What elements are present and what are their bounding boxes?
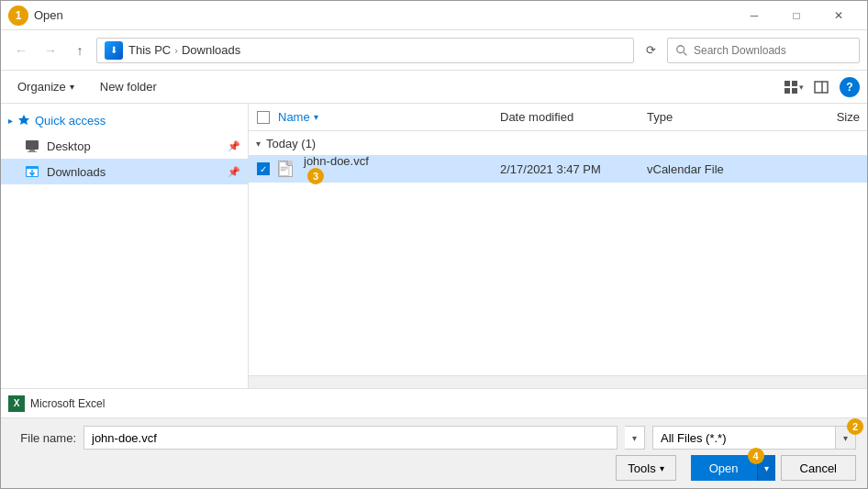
- pin-icon: 📌: [228, 140, 240, 152]
- file-checkbox[interactable]: ✓: [252, 162, 274, 175]
- file-header: Name ▾ Date modified Type Size: [249, 104, 867, 131]
- group-collapse-icon: ▾: [256, 139, 261, 149]
- filename-input[interactable]: [83, 426, 618, 450]
- file-type-cell: vCalendar File: [643, 162, 790, 176]
- vcf-icon: [278, 161, 293, 177]
- svg-line-1: [684, 52, 686, 55]
- quick-access-arrow-icon: ▸: [8, 116, 13, 126]
- svg-rect-11: [28, 151, 37, 152]
- tools-arrow-icon: ▾: [660, 463, 664, 473]
- tools-button[interactable]: Tools ▾: [616, 455, 675, 481]
- minimize-button[interactable]: ─: [733, 1, 775, 30]
- search-box[interactable]: [667, 38, 860, 63]
- excel-icon: X: [8, 395, 25, 412]
- downloads-icon: [23, 162, 41, 181]
- svg-marker-8: [18, 115, 29, 125]
- star-icon: [17, 113, 31, 128]
- path-separator: ›: [174, 45, 178, 56]
- col-size-header[interactable]: Size: [790, 110, 863, 124]
- col-date-header[interactable]: Date modified: [496, 110, 643, 124]
- left-panel: ▸ Quick access Desktop 📌: [1, 104, 249, 388]
- sort-arrow-icon: ▾: [314, 112, 318, 122]
- svg-rect-2: [785, 81, 790, 86]
- desktop-icon: [23, 137, 41, 155]
- svg-marker-16: [286, 161, 290, 165]
- svg-rect-5: [792, 88, 797, 94]
- content-area: ▸ Quick access Desktop 📌: [1, 104, 867, 388]
- up-button[interactable]: ↑: [67, 38, 93, 63]
- header-check-visual: [257, 111, 270, 124]
- organize-arrow-icon: ▾: [70, 82, 74, 92]
- pin-icon-2: 📌: [228, 166, 240, 178]
- cancel-button[interactable]: Cancel: [781, 455, 856, 481]
- svg-rect-4: [785, 88, 790, 94]
- col-name-header[interactable]: Name ▾: [274, 110, 496, 124]
- group-label: Today (1): [266, 137, 316, 150]
- buttons-row: Tools ▾ Open 4 ▾ Cancel: [12, 455, 856, 481]
- svg-rect-9: [26, 140, 39, 150]
- group-header-today[interactable]: ▾ Today (1): [249, 131, 867, 155]
- app-status-bar: X Microsoft Excel: [1, 388, 867, 417]
- forward-button[interactable]: →: [38, 38, 63, 63]
- path-drive-icon: ⬇: [105, 41, 123, 60]
- file-icon: [274, 161, 296, 177]
- sidebar-item-desktop[interactable]: Desktop 📌: [1, 133, 248, 159]
- title-bar: 1 Open ─ □ ✕: [1, 1, 867, 30]
- file-list: ▾ Today (1) ✓: [249, 131, 867, 375]
- preview-pane-icon: [814, 81, 829, 94]
- sidebar-item-downloads[interactable]: Downloads 📌: [1, 159, 248, 184]
- search-icon: [675, 44, 688, 57]
- quick-access-label: Quick access: [35, 114, 106, 128]
- search-input[interactable]: [694, 44, 851, 57]
- filename-row: File name: ▾ 2 All Files (*.*) ▾: [12, 426, 856, 450]
- svg-rect-10: [29, 150, 35, 151]
- back-button[interactable]: ←: [8, 38, 34, 63]
- svg-rect-3: [792, 81, 797, 86]
- col-type-header[interactable]: Type: [643, 110, 790, 124]
- filetype-select[interactable]: All Files (*.*): [652, 426, 836, 450]
- title-icon: 1: [8, 6, 28, 26]
- file-name-cell: john-doe.vcf 3: [300, 154, 496, 184]
- quick-access-header[interactable]: ▸ Quick access: [1, 107, 248, 133]
- svg-rect-6: [815, 82, 828, 93]
- toolbar: Organize ▾ New folder ▾ ?: [1, 71, 867, 104]
- filename-dropdown-button[interactable]: ▾: [625, 426, 645, 450]
- grid-view-icon: [785, 81, 797, 94]
- file-date-cell: 2/17/2021 3:47 PM: [496, 162, 643, 176]
- file-check-visual: ✓: [257, 162, 270, 175]
- organize-button[interactable]: Organize ▾: [8, 75, 83, 99]
- bottom-section: File name: ▾ 2 All Files (*.*) ▾ Tools ▾…: [1, 417, 867, 488]
- path-part-1: This PC: [128, 43, 171, 57]
- hscroll-track: [250, 379, 865, 386]
- address-bar: ← → ↑ ⬇ This PC › Downloads ⟳: [1, 30, 867, 71]
- address-path[interactable]: ⬇ This PC › Downloads: [96, 38, 634, 63]
- open-badge: 4: [748, 448, 764, 464]
- view-dropdown-icon: ▾: [799, 83, 804, 92]
- filename-label: File name:: [12, 431, 76, 445]
- file-badge-3: 3: [307, 168, 324, 184]
- view-toggle-button[interactable]: ▾: [781, 75, 807, 99]
- app-name-label: Microsoft Excel: [30, 397, 105, 410]
- close-button[interactable]: ✕: [818, 1, 860, 30]
- svg-point-0: [677, 45, 684, 52]
- open-button[interactable]: Open: [691, 455, 757, 481]
- pane-button[interactable]: [808, 75, 834, 99]
- header-checkbox[interactable]: [252, 111, 274, 124]
- help-button[interactable]: ?: [840, 77, 860, 97]
- view-controls: ▾ ?: [781, 75, 860, 99]
- right-panel: Name ▾ Date modified Type Size ▾ Today (…: [249, 104, 867, 388]
- refresh-button[interactable]: ⟳: [638, 38, 663, 63]
- desktop-label: Desktop: [47, 139, 91, 153]
- path-part-2: Downloads: [182, 43, 240, 57]
- filetype-badge: 2: [847, 418, 863, 435]
- maximize-button[interactable]: □: [775, 1, 818, 30]
- window-controls: ─ □ ✕: [733, 1, 860, 30]
- new-folder-button[interactable]: New folder: [91, 75, 166, 99]
- table-row[interactable]: ✓: [249, 155, 867, 183]
- horizontal-scrollbar[interactable]: [249, 375, 867, 388]
- downloads-label: Downloads: [47, 165, 106, 179]
- window-title: Open: [34, 8, 733, 22]
- open-button-group: Open 4 ▾: [691, 455, 775, 481]
